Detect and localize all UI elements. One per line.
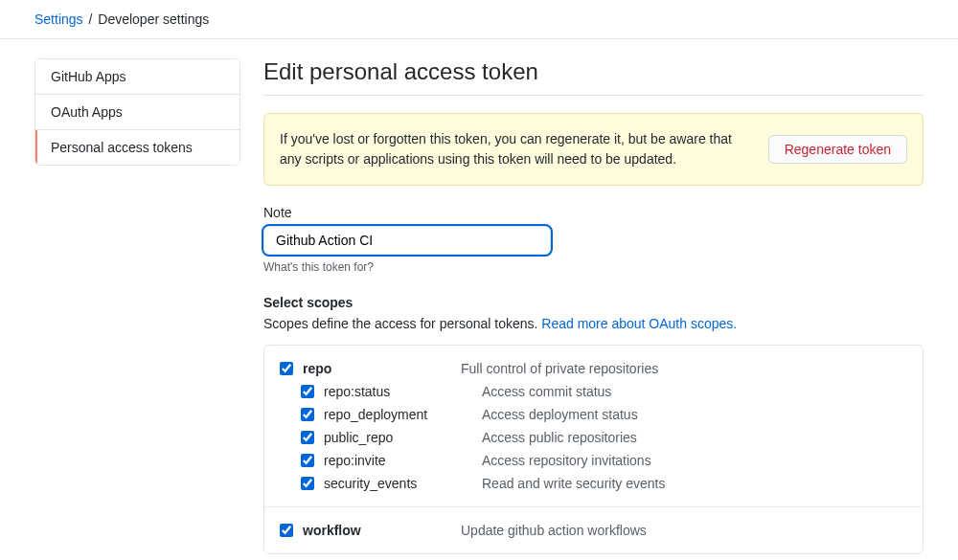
scope-name: repo_deployment [324, 407, 482, 422]
scopes-title: Select scopes [263, 295, 924, 310]
scope-desc: Full control of private repositories [461, 361, 658, 376]
main-content: Edit personal access token If you've los… [263, 58, 924, 554]
sidebar-item-personal-access-tokens[interactable]: Personal access tokens [35, 130, 240, 165]
page-title: Edit personal access token [263, 58, 924, 96]
scope-checkbox-workflow[interactable] [280, 524, 293, 537]
scope-group-repo: repoFull control of private repositories… [264, 346, 923, 507]
scopes-description: Scopes define the access for personal to… [263, 316, 924, 331]
scope-row-workflow: workflowUpdate github action workflows [280, 519, 907, 542]
scope-desc: Read and write security events [482, 476, 665, 491]
scope-name: repo:invite [324, 453, 482, 468]
scope-name: repo [303, 361, 461, 376]
scope-checkbox-repo-deployment[interactable] [301, 408, 314, 421]
regenerate-alert: If you've lost or forgotten this token, … [263, 113, 924, 186]
scope-name: security_events [324, 476, 482, 491]
sidebar-item-github-apps[interactable]: GitHub Apps [35, 59, 240, 95]
scope-desc: Access public repositories [482, 430, 637, 445]
scope-checkbox-repo-invite[interactable] [301, 454, 314, 467]
breadcrumb-separator: / [88, 11, 92, 27]
scopes-link[interactable]: Read more about OAuth scopes. [541, 316, 737, 331]
sidebar-item-oauth-apps[interactable]: OAuth Apps [35, 95, 240, 130]
scope-row-repo-deployment: repo_deploymentAccess deployment status [280, 403, 907, 426]
sidebar: GitHub AppsOAuth AppsPersonal access tok… [34, 58, 240, 554]
breadcrumb-current: Developer settings [98, 11, 209, 27]
note-input[interactable] [263, 226, 551, 255]
scope-checkbox-repo[interactable] [280, 362, 293, 375]
scope-checkbox-repo-status[interactable] [301, 385, 314, 398]
note-help-text: What's this token for? [263, 260, 924, 274]
scope-group-workflow: workflowUpdate github action workflows [264, 507, 923, 553]
breadcrumb-parent-link[interactable]: Settings [34, 11, 83, 27]
breadcrumb: Settings / Developer settings [0, 0, 958, 39]
scope-row-repo: repoFull control of private repositories [280, 357, 907, 380]
alert-text: If you've lost or forgotten this token, … [280, 129, 753, 169]
scope-name: repo:status [324, 384, 482, 399]
regenerate-token-button[interactable]: Regenerate token [768, 135, 907, 164]
scope-desc: Access deployment status [482, 407, 638, 422]
scope-desc: Update github action workflows [461, 523, 647, 538]
scope-checkbox-security-events[interactable] [301, 477, 314, 490]
scope-name: workflow [303, 523, 461, 538]
scopes-box: repoFull control of private repositories… [263, 345, 924, 554]
scope-row-public-repo: public_repoAccess public repositories [280, 426, 907, 449]
scope-row-repo-invite: repo:inviteAccess repository invitations [280, 449, 907, 472]
scope-row-security-events: security_eventsRead and write security e… [280, 472, 907, 495]
scope-name: public_repo [324, 430, 482, 445]
note-label: Note [263, 205, 924, 220]
scope-row-repo-status: repo:statusAccess commit status [280, 380, 907, 403]
scope-desc: Access commit status [482, 384, 611, 399]
scope-desc: Access repository invitations [482, 453, 651, 468]
scope-checkbox-public-repo[interactable] [301, 431, 314, 444]
